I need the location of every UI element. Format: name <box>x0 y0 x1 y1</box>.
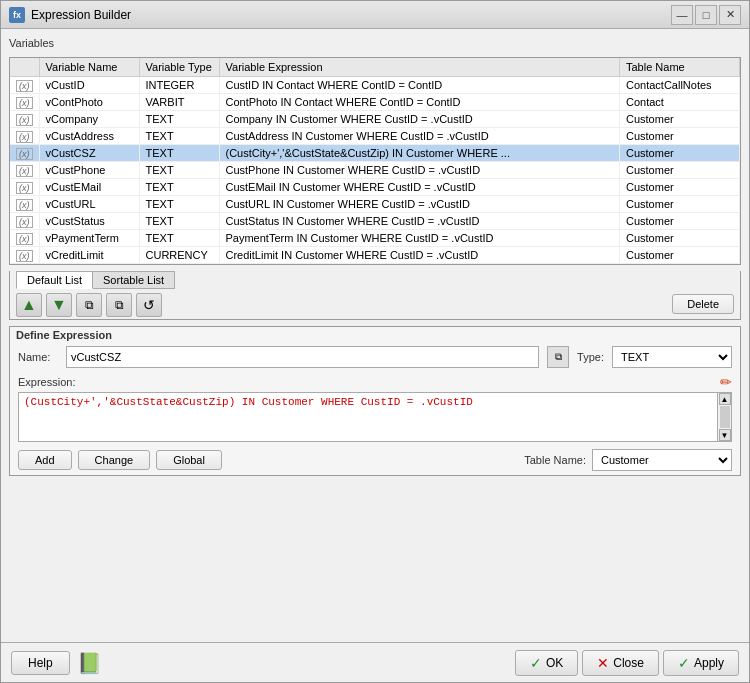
apply-check-icon: ✓ <box>678 655 690 671</box>
table-row[interactable]: (x) vContPhoto VARBIT ContPhoto IN Conta… <box>10 94 740 111</box>
define-copy-button[interactable]: ⧉ <box>547 346 569 368</box>
window-icon: fx <box>9 7 25 23</box>
define-type-select[interactable]: TEXT INTEGER CURRENCY VARBIT BOOLEAN <box>612 346 732 368</box>
col-header-name: Variable Name <box>39 58 139 77</box>
row-var-expr: CreditLimit IN Customer WHERE CustID = .… <box>219 247 620 264</box>
table-row[interactable]: (x) vCreditLimit CURRENCY CreditLimit IN… <box>10 247 740 264</box>
row-var-expr: CustPhone IN Customer WHERE CustID = .vC… <box>219 162 620 179</box>
help-button[interactable]: Help <box>11 651 70 675</box>
row-var-type: TEXT <box>139 162 219 179</box>
row-icon: (x) <box>10 196 39 213</box>
down-arrow-icon: ▼ <box>51 296 67 314</box>
row-var-type: TEXT <box>139 128 219 145</box>
define-name-label: Name: <box>18 351 58 363</box>
apply-button[interactable]: ✓ Apply <box>663 650 739 676</box>
row-var-table: Contact <box>620 94 740 111</box>
row-icon: (x) <box>10 77 39 94</box>
expression-textarea[interactable]: (CustCity+','&CustState&CustZip) IN Cust… <box>18 392 718 442</box>
tab-default-list[interactable]: Default List <box>16 271 93 289</box>
row-var-name: vCompany <box>39 111 139 128</box>
define-name-row: Name: ⧉ Type: TEXT INTEGER CURRENCY VARB… <box>10 343 740 371</box>
row-var-name: vContPhoto <box>39 94 139 111</box>
row-var-table: Customer <box>620 196 740 213</box>
up-arrow-icon: ▲ <box>21 296 37 314</box>
row-icon: (x) <box>10 213 39 230</box>
scrollbar-down[interactable]: ▼ <box>719 429 731 441</box>
row-var-expr: PaymentTerm IN Customer WHERE CustID = .… <box>219 230 620 247</box>
global-button[interactable]: Global <box>156 450 222 470</box>
define-name-input[interactable] <box>66 346 539 368</box>
row-var-expr: CustURL IN Customer WHERE CustID = .vCus… <box>219 196 620 213</box>
refresh-icon: ↺ <box>143 297 155 313</box>
row-var-table: ContactCallNotes <box>620 77 740 94</box>
bottom-toolbar: ▲ ▼ ⧉ ⧉ ↺ Delete <box>9 289 741 320</box>
col-header-type: Variable Type <box>139 58 219 77</box>
expression-scrollbar[interactable]: ▲ ▼ <box>718 392 732 442</box>
table-row[interactable]: (x) vCustID INTEGER CustID IN Contact WH… <box>10 77 740 94</box>
bottom-right: ✓ OK ✕ Close ✓ Apply <box>515 650 739 676</box>
row-var-table: Customer <box>620 179 740 196</box>
expression-container: (CustCity+','&CustState&CustZip) IN Cust… <box>18 392 732 442</box>
ok-button[interactable]: ✓ OK <box>515 650 578 676</box>
window-title: Expression Builder <box>31 8 671 22</box>
row-var-table: Customer <box>620 230 740 247</box>
refresh-button[interactable]: ↺ <box>136 293 162 317</box>
maximize-button[interactable]: □ <box>695 5 717 25</box>
row-var-expr: Company IN Customer WHERE CustID = .vCus… <box>219 111 620 128</box>
tabs-row: Default List Sortable List <box>9 271 741 289</box>
close-button[interactable]: ✕ Close <box>582 650 659 676</box>
book-icon[interactable]: 📗 <box>76 649 104 677</box>
col-header-expr: Variable Expression <box>219 58 620 77</box>
row-var-table: Customer <box>620 111 740 128</box>
minimize-button[interactable]: — <box>671 5 693 25</box>
expression-section: Expression: ✏ (CustCity+','&CustState&Cu… <box>10 371 740 445</box>
row-var-name: vCreditLimit <box>39 247 139 264</box>
paste-button[interactable]: ⧉ <box>106 293 132 317</box>
row-icon: (x) <box>10 162 39 179</box>
window-close-button[interactable]: ✕ <box>719 5 741 25</box>
table-row[interactable]: (x) vCompany TEXT Company IN Customer WH… <box>10 111 740 128</box>
pencil-icon[interactable]: ✏ <box>720 374 732 390</box>
table-row[interactable]: (x) vCustAddress TEXT CustAddress IN Cus… <box>10 128 740 145</box>
row-var-type: TEXT <box>139 213 219 230</box>
action-buttons-row: Add Change Global Table Name: Customer C… <box>10 445 740 475</box>
close-x-icon: ✕ <box>597 655 609 671</box>
variables-label: Variables <box>9 37 741 49</box>
table-row[interactable]: (x) vCustURL TEXT CustURL IN Customer WH… <box>10 196 740 213</box>
move-down-button[interactable]: ▼ <box>46 293 72 317</box>
title-controls: — □ ✕ <box>671 5 741 25</box>
row-var-type: TEXT <box>139 230 219 247</box>
move-up-button[interactable]: ▲ <box>16 293 42 317</box>
row-var-name: vCustCSZ <box>39 145 139 162</box>
add-button[interactable]: Add <box>18 450 72 470</box>
delete-button[interactable]: Delete <box>672 294 734 314</box>
expression-label-row: Expression: ✏ <box>18 374 732 390</box>
row-var-name: vCustID <box>39 77 139 94</box>
table-name-select[interactable]: Customer Contact ContactCallNotes <box>592 449 732 471</box>
table-row[interactable]: (x) vPaymentTerm TEXT PaymentTerm IN Cus… <box>10 230 740 247</box>
define-type-label: Type: <box>577 351 604 363</box>
variables-table-container[interactable]: Variable Name Variable Type Variable Exp… <box>10 58 740 264</box>
col-header-icon <box>10 58 39 77</box>
tab-sortable-list[interactable]: Sortable List <box>92 271 175 289</box>
row-var-table: Customer <box>620 247 740 264</box>
row-icon: (x) <box>10 230 39 247</box>
table-row[interactable]: (x) vCustCSZ TEXT (CustCity+','&CustStat… <box>10 145 740 162</box>
tabs-toolbar-section: Default List Sortable List ▲ ▼ ⧉ ⧉ <box>9 271 741 320</box>
window-content: Variables Variable Name Variable Type Va… <box>1 29 749 642</box>
table-row[interactable]: (x) vCustStatus TEXT CustStatus IN Custo… <box>10 213 740 230</box>
row-var-type: TEXT <box>139 145 219 162</box>
row-var-name: vCustPhone <box>39 162 139 179</box>
change-button[interactable]: Change <box>78 450 151 470</box>
row-var-type: TEXT <box>139 196 219 213</box>
col-header-table: Table Name <box>620 58 740 77</box>
row-icon: (x) <box>10 145 39 162</box>
copy-button[interactable]: ⧉ <box>76 293 102 317</box>
row-var-name: vCustURL <box>39 196 139 213</box>
table-row[interactable]: (x) vCustPhone TEXT CustPhone IN Custome… <box>10 162 740 179</box>
define-expression-section: Define Expression Name: ⧉ Type: TEXT INT… <box>9 326 741 476</box>
table-row[interactable]: (x) vCustEMail TEXT CustEMail IN Custome… <box>10 179 740 196</box>
row-var-table: Customer <box>620 128 740 145</box>
scrollbar-up[interactable]: ▲ <box>719 393 731 405</box>
action-left-buttons: Add Change Global <box>18 450 222 470</box>
